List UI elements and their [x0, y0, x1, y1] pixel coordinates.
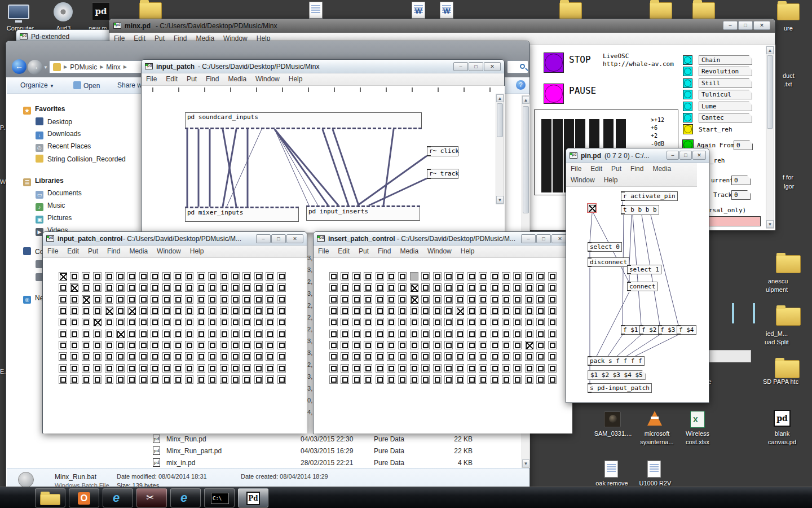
- toggle-cell[interactable]: [421, 330, 430, 338]
- insert-control-window[interactable]: insert_patch_control - C:/Users/David/De…: [313, 231, 572, 433]
- toggle-cell[interactable]: [185, 318, 193, 326]
- toggle-cell[interactable]: [525, 283, 533, 292]
- maximize-button[interactable]: □: [679, 151, 692, 160]
- toggle-cell[interactable]: [387, 283, 395, 292]
- toggle-cell[interactable]: [502, 352, 510, 361]
- toggle-cell[interactable]: [387, 318, 395, 326]
- toggle-cell[interactable]: [197, 295, 205, 304]
- toggle-cell[interactable]: [548, 352, 557, 361]
- toggle-cell[interactable]: [242, 330, 251, 338]
- menu-item-file[interactable]: File: [314, 246, 333, 257]
- taskbar-ie2-button[interactable]: e: [170, 488, 201, 507]
- toggle-cell[interactable]: [127, 306, 136, 315]
- help-icon[interactable]: ?: [516, 80, 526, 90]
- toggle-cell[interactable]: [59, 375, 67, 384]
- toggle-cell[interactable]: [548, 283, 557, 292]
- back-button[interactable]: ←: [12, 59, 27, 74]
- toggle-cell[interactable]: [513, 272, 522, 281]
- toggle-cell[interactable]: [364, 352, 372, 361]
- soundcard-inputs-object[interactable]: pd soundcard_inputs: [185, 112, 422, 129]
- sidebar-item-recent-places[interactable]: ◴Recent Places: [36, 142, 91, 152]
- toggle-cell[interactable]: [116, 306, 125, 315]
- toggle-cell[interactable]: [341, 318, 349, 326]
- toggle-cell[interactable]: [329, 306, 338, 315]
- toggle-cell[interactable]: [491, 375, 499, 384]
- receive-track-object[interactable]: r~ track: [427, 169, 458, 179]
- toggle-cell[interactable]: [398, 295, 407, 304]
- toggle-cell[interactable]: [59, 364, 67, 373]
- toggle-cell[interactable]: [185, 272, 193, 281]
- menu-item-edit[interactable]: Edit: [586, 163, 607, 174]
- toggle-cell[interactable]: [433, 283, 442, 292]
- toggle-cell[interactable]: [185, 341, 193, 349]
- toggle-cell[interactable]: [197, 330, 205, 338]
- toggle-cell[interactable]: [376, 318, 384, 326]
- toggle-cell[interactable]: [139, 352, 148, 361]
- toggle-cell[interactable]: [277, 283, 286, 292]
- minimize-button[interactable]: –: [256, 234, 271, 243]
- folder-icon[interactable]: [650, 2, 672, 19]
- folder-icon[interactable]: [777, 3, 800, 20]
- receive-activate-pin-object[interactable]: r activate_pin: [621, 191, 678, 201]
- toggle-cell[interactable]: [105, 272, 113, 281]
- input-inserts-object[interactable]: pd input_inserts: [306, 205, 420, 221]
- toggle-cell[interactable]: [410, 295, 418, 304]
- toggle-cell[interactable]: [139, 272, 148, 281]
- toggle-cell[interactable]: [105, 283, 113, 292]
- toggle-cell[interactable]: [536, 375, 545, 384]
- toggle-cell[interactable]: [277, 341, 286, 349]
- minimize-button[interactable]: –: [723, 21, 738, 30]
- toggle-cell[interactable]: [254, 272, 263, 281]
- menu-item-file[interactable]: File: [566, 163, 586, 174]
- toggle-cell[interactable]: [341, 306, 349, 315]
- taskbar-ie-button[interactable]: e: [103, 488, 133, 507]
- toggle-cell[interactable]: [277, 272, 286, 281]
- scroll-thumb[interactable]: [497, 103, 503, 137]
- menu-item-put[interactable]: Put: [83, 246, 103, 257]
- toggle-cell[interactable]: [139, 318, 148, 326]
- folder-icon[interactable]: [775, 360, 800, 378]
- toggle-cell[interactable]: [502, 318, 510, 326]
- channel-message-cantec[interactable]: Cantec: [699, 113, 752, 122]
- send-object[interactable]: s pd-input_patch: [588, 383, 652, 393]
- toggle-cell[interactable]: [456, 306, 464, 315]
- trigger-object[interactable]: t b b b b: [621, 205, 659, 214]
- toggle-cell[interactable]: [491, 330, 499, 338]
- toggle-cell[interactable]: [93, 341, 102, 349]
- toggle-cell[interactable]: [70, 375, 78, 384]
- toggle-cell[interactable]: [421, 375, 430, 384]
- menu-item-help[interactable]: Help: [599, 174, 623, 186]
- toggle-cell[interactable]: [491, 272, 499, 281]
- toggle-cell[interactable]: [174, 352, 182, 361]
- toggle-cell[interactable]: [197, 283, 205, 292]
- toggle-cell[interactable]: [364, 330, 372, 338]
- toggle-cell[interactable]: [116, 352, 125, 361]
- menu-item-find[interactable]: Find: [626, 163, 648, 174]
- close-button[interactable]: ✕: [753, 21, 770, 30]
- toggle-cell[interactable]: [479, 318, 487, 326]
- toggle-cell[interactable]: [197, 306, 205, 315]
- toggle-cell[interactable]: [162, 364, 171, 373]
- menu-item-edit[interactable]: Edit: [63, 246, 83, 257]
- insert-control-menubar[interactable]: FileEditPutFindMediaWindowHelp: [314, 246, 572, 258]
- menu-item-edit[interactable]: Edit: [161, 73, 182, 85]
- toggle-cell[interactable]: [185, 364, 193, 373]
- toggle-cell[interactable]: [151, 352, 159, 361]
- toggle-cell[interactable]: [536, 283, 545, 292]
- toggle-cell[interactable]: [174, 341, 182, 349]
- toggle-cell[interactable]: [116, 283, 125, 292]
- toggle-cell[interactable]: [352, 283, 361, 292]
- toggle-cell[interactable]: [467, 364, 476, 373]
- toggle-cell[interactable]: [105, 306, 113, 315]
- toggle-cell[interactable]: [410, 364, 418, 373]
- image-file-icon[interactable]: [604, 411, 621, 427]
- toggle-cell[interactable]: [82, 295, 90, 304]
- toggle-cell[interactable]: [467, 272, 476, 281]
- close-button[interactable]: ✕: [692, 151, 706, 160]
- toggle-cell[interactable]: [513, 295, 522, 304]
- toggle-cell[interactable]: [254, 283, 263, 292]
- toggle-cell[interactable]: [151, 306, 159, 315]
- pin-menubar[interactable]: FileEditPutFindMediaWindowHelp: [566, 163, 697, 187]
- toggle-cell[interactable]: [513, 283, 522, 292]
- toggle-cell[interactable]: [70, 272, 78, 281]
